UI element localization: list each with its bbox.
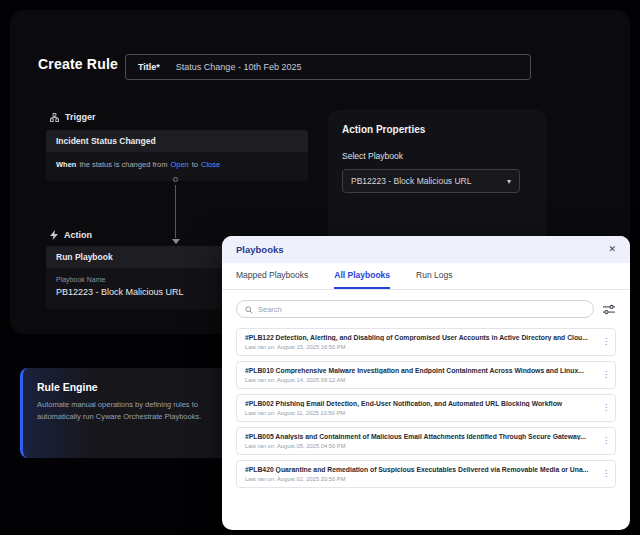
playbook-row[interactable]: #PLB010 Comprehensive Malware Investigat…	[236, 361, 616, 389]
title-input-value: Status Change - 10th Feb 2025	[176, 62, 302, 72]
workflow-trigger-icon	[50, 113, 59, 122]
close-icon[interactable]: ✕	[608, 245, 616, 254]
tab-all-playbooks[interactable]: All Playbooks	[334, 263, 390, 289]
when-middle: the status is changed from	[79, 160, 167, 169]
kebab-menu-icon[interactable]: ⋮	[602, 470, 610, 478]
rule-engine-title: Rule Engine	[37, 381, 218, 393]
connector-start-dot	[173, 177, 178, 182]
rule-engine-description: Automate manual operations by defining r…	[37, 399, 205, 422]
title-label: Title*	[138, 62, 160, 72]
playbook-row[interactable]: #PLB005 Analysis and Containment of Mali…	[236, 427, 616, 455]
trigger-section-label-text: Trigger	[65, 112, 96, 122]
chevron-down-icon: ▾	[507, 177, 511, 186]
playbook-title: #PLB420 Quarantine and Remediation of Su…	[245, 466, 597, 473]
playbook-last-run: Last ran on: August 11, 2025 10:50 PM	[245, 410, 597, 416]
kebab-menu-icon[interactable]: ⋮	[602, 338, 610, 346]
playbook-last-run: Last ran on: August 15, 2025 16:50 PM	[245, 344, 597, 350]
playbook-title: #PLB005 Analysis and Containment of Mali…	[245, 433, 597, 440]
to-word: to	[192, 160, 198, 169]
search-row	[236, 300, 616, 318]
filter-sliders-icon	[603, 304, 615, 315]
when-word: When	[56, 160, 76, 169]
playbook-last-run: Last ran on: August 14, 2025 09:12 AM	[245, 377, 597, 383]
modal-tabs: Mapped Playbooks All Playbooks Run Logs	[222, 263, 630, 290]
search-input-wrapper	[236, 300, 594, 318]
link-open-status[interactable]: Open	[170, 160, 188, 169]
tab-run-logs[interactable]: Run Logs	[416, 263, 452, 289]
select-playbook-label: Select Playbook	[342, 151, 532, 161]
playbook-title: #PLB122 Detection, Alerting, and Disabli…	[245, 334, 597, 341]
playbook-list: #PLB122 Detection, Alerting, and Disabli…	[236, 328, 616, 488]
action-section-label-text: Action	[64, 230, 92, 240]
playbook-row[interactable]: #PLB420 Quarantine and Remediation of Su…	[236, 460, 616, 488]
trigger-section-label: Trigger	[50, 112, 96, 122]
page-title: Create Rule	[38, 56, 118, 72]
link-close-status[interactable]: Close	[201, 160, 220, 169]
modal-title: Playbooks	[236, 244, 284, 255]
rule-engine-card: Rule Engine Automate manual operations b…	[20, 368, 232, 458]
playbook-title: #PLB002 Phishing Email Detection, End-Us…	[245, 400, 597, 407]
action-section-label: Action	[50, 230, 92, 240]
trigger-card: Incident Status Changed When the status …	[46, 130, 308, 181]
search-icon	[245, 300, 253, 318]
trigger-card-header[interactable]: Incident Status Changed	[46, 130, 308, 152]
playbook-row[interactable]: #PLB002 Phishing Email Detection, End-Us…	[236, 394, 616, 422]
playbook-last-run: Last ran on: August 02, 2025 20:50 PM	[245, 476, 597, 482]
action-properties-title: Action Properties	[342, 124, 532, 135]
when-text: When the status is changed from Open to …	[56, 160, 298, 169]
kebab-menu-icon[interactable]: ⋮	[602, 371, 610, 379]
search-input[interactable]	[258, 305, 585, 314]
title-field[interactable]: Title* Status Change - 10th Feb 2025	[125, 54, 531, 80]
screen: Create Rule Title* Status Change - 10th …	[0, 0, 640, 535]
modal-header: Playbooks ✕	[222, 236, 630, 263]
playbook-select-value: PB12223 - Block Malicious URL	[351, 176, 471, 186]
connector-line	[175, 185, 176, 238]
playbooks-modal: Playbooks ✕ Mapped Playbooks All Playboo…	[222, 236, 630, 530]
connector-arrow-down-icon	[172, 239, 180, 244]
playbook-title: #PLB010 Comprehensive Malware Investigat…	[245, 367, 597, 374]
filter-button[interactable]	[602, 302, 616, 316]
flow-connector	[172, 177, 180, 247]
lightning-icon	[50, 230, 58, 240]
kebab-menu-icon[interactable]: ⋮	[602, 404, 610, 412]
playbook-select[interactable]: PB12223 - Block Malicious URL ▾	[342, 169, 520, 193]
tab-mapped-playbooks[interactable]: Mapped Playbooks	[236, 263, 308, 289]
kebab-menu-icon[interactable]: ⋮	[602, 437, 610, 445]
playbook-last-run: Last ran on: August 05, 2025 04:50 PM	[245, 443, 597, 449]
playbook-row[interactable]: #PLB122 Detection, Alerting, and Disabli…	[236, 328, 616, 356]
